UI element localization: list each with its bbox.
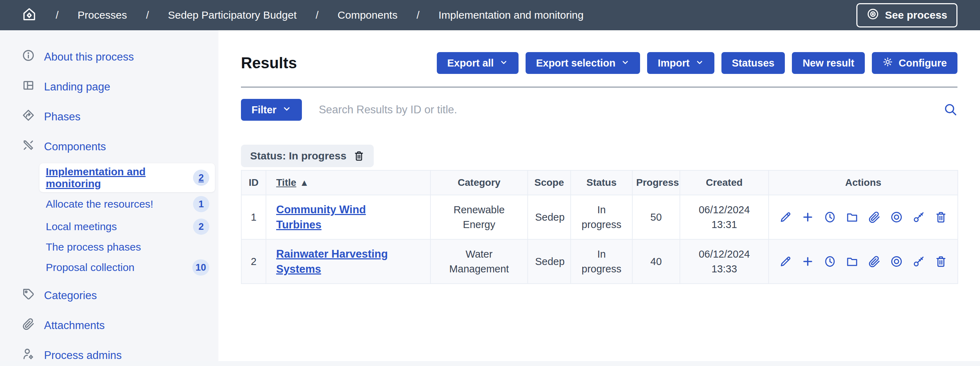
cell-scope: Sedep	[528, 239, 571, 284]
sidebar-subitem-proposal-collection[interactable]: Proposal collection 10	[40, 257, 215, 278]
history-icon[interactable]	[824, 211, 836, 223]
count-badge: 2	[193, 219, 209, 235]
search-input[interactable]	[318, 103, 927, 116]
header-category: Category	[431, 170, 528, 195]
filter-label: Filter	[251, 104, 277, 116]
result-title-link[interactable]: Rainwater Harvesting Systems	[276, 248, 388, 275]
header-progress: Progress	[632, 170, 680, 195]
result-title-link[interactable]: Community Wind Turbines	[276, 203, 366, 231]
cell-created: 06/12/2024 13:31	[680, 195, 768, 239]
sidebar-subitem-allocate-the-resources[interactable]: Allocate the resources! 1	[40, 193, 215, 215]
cell-actions	[768, 239, 958, 284]
sidebar-item-phases[interactable]: Phases	[0, 103, 218, 130]
sidebar-item-components[interactable]: Components	[0, 133, 218, 160]
delete-trash-icon[interactable]	[935, 211, 947, 223]
sidebar-item-landing-page[interactable]: Landing page	[0, 74, 218, 100]
statuses-label: Statuses	[732, 57, 775, 69]
import-button[interactable]: Import	[647, 52, 714, 74]
count-badge: 1	[193, 196, 209, 212]
cell-created: 06/12/2024 13:33	[680, 239, 768, 284]
tag-icon	[22, 288, 35, 303]
header-actions: Actions	[768, 170, 958, 195]
see-process-button[interactable]: See process	[856, 3, 958, 27]
subitem-label: Local meetings	[46, 221, 117, 233]
count-badge: 2	[193, 170, 209, 186]
edit-icon[interactable]	[779, 211, 792, 223]
sidebar-item-label: Attachments	[44, 319, 105, 332]
attachment-icon[interactable]	[868, 255, 881, 268]
configure-button[interactable]: Configure	[872, 52, 958, 74]
folder-icon[interactable]	[846, 211, 859, 223]
cell-actions	[768, 195, 958, 239]
sidebar-item-attachments[interactable]: Attachments	[0, 312, 218, 339]
subitem-label: Implementation and monitoring	[46, 166, 193, 190]
see-process-label: See process	[885, 9, 947, 21]
results-header: Results Export all Export selection Impo…	[241, 30, 958, 88]
permissions-key-icon[interactable]	[912, 211, 925, 223]
cell-id: 2	[241, 239, 266, 284]
sidebar-item-categories[interactable]: Categories	[0, 282, 218, 309]
sidebar-item-label: Process admins	[44, 349, 122, 361]
delete-trash-icon[interactable]	[935, 255, 947, 268]
cell-status: In progress	[571, 239, 632, 284]
breadcrumb-separator: /	[316, 9, 318, 21]
preview-icon[interactable]	[890, 255, 903, 268]
subitem-label: Allocate the resources!	[46, 198, 153, 210]
page-footer-strip	[0, 361, 980, 366]
remove-filter-trash-icon[interactable]	[353, 150, 364, 162]
breadcrumb-home-link[interactable]	[22, 7, 37, 24]
cell-progress: 50	[632, 195, 680, 239]
header-status: Status	[571, 170, 632, 195]
folder-icon[interactable]	[846, 255, 859, 268]
header-created: Created	[680, 170, 768, 195]
filter-button[interactable]: Filter	[241, 99, 302, 121]
header-title: Title▲	[266, 170, 431, 195]
home-gear-icon	[22, 7, 37, 24]
breadcrumb-components[interactable]: Components	[337, 9, 397, 21]
breadcrumb-processes[interactable]: Processes	[78, 9, 127, 21]
breadcrumb: / Processes / Sedep Participatory Budget…	[22, 7, 584, 24]
statuses-button[interactable]: Statuses	[721, 52, 785, 74]
sidebar-item-label: About this process	[44, 51, 134, 63]
configure-label: Configure	[899, 57, 947, 69]
plus-icon[interactable]	[802, 211, 814, 223]
sidebar-item-about[interactable]: About this process	[0, 44, 218, 70]
breadcrumb-separator: /	[56, 9, 59, 21]
subitem-label: The process phases	[46, 241, 141, 253]
preview-icon[interactable]	[890, 211, 903, 223]
cell-id: 1	[241, 195, 266, 239]
export-all-button[interactable]: Export all	[437, 52, 519, 74]
count-badge: 10	[192, 259, 209, 276]
new-result-button[interactable]: New result	[792, 52, 865, 74]
chevron-down-icon	[282, 104, 291, 116]
cell-category: Renewable Energy	[431, 195, 528, 239]
plus-icon[interactable]	[802, 255, 814, 268]
cell-status: In progress	[571, 195, 632, 239]
history-icon[interactable]	[824, 255, 836, 268]
sidebar-item-label: Categories	[44, 289, 97, 302]
export-selection-button[interactable]: Export selection	[526, 52, 640, 74]
subitem-label: Proposal collection	[46, 261, 135, 273]
user-gear-icon	[22, 347, 35, 361]
admin-topbar: / Processes / Sedep Participatory Budget…	[0, 0, 980, 30]
sidebar-subitem-local-meetings[interactable]: Local meetings 2	[40, 216, 215, 237]
results-toolbar: Export all Export selection Import Statu…	[437, 52, 958, 74]
info-icon	[22, 49, 35, 65]
layout-icon	[22, 79, 35, 95]
breadcrumb-separator: /	[146, 9, 149, 21]
sidebar-subitem-the-process-phases[interactable]: The process phases	[40, 239, 215, 255]
cell-progress: 40	[632, 239, 680, 284]
filter-bar: Filter	[241, 99, 958, 121]
permissions-key-icon[interactable]	[912, 255, 925, 268]
breadcrumb-process-name[interactable]: Sedep Participatory Budget	[168, 9, 297, 21]
attachment-icon[interactable]	[868, 211, 881, 223]
edit-icon[interactable]	[779, 255, 792, 268]
process-sidebar: About this process Landing page Phases C…	[0, 30, 218, 361]
sidebar-subitem-implementation-and-monitoring[interactable]: Implementation and monitoring 2	[40, 163, 215, 192]
search-button[interactable]	[943, 102, 958, 117]
table-row: 2 Rainwater Harvesting Systems Water Man…	[241, 239, 958, 284]
header-id: ID	[241, 170, 266, 195]
sort-by-title-link[interactable]: Title▲	[276, 177, 309, 188]
components-sub-list: Implementation and monitoring 2 Allocate…	[40, 163, 215, 278]
sidebar-item-process-admins[interactable]: Process admins	[0, 342, 218, 361]
